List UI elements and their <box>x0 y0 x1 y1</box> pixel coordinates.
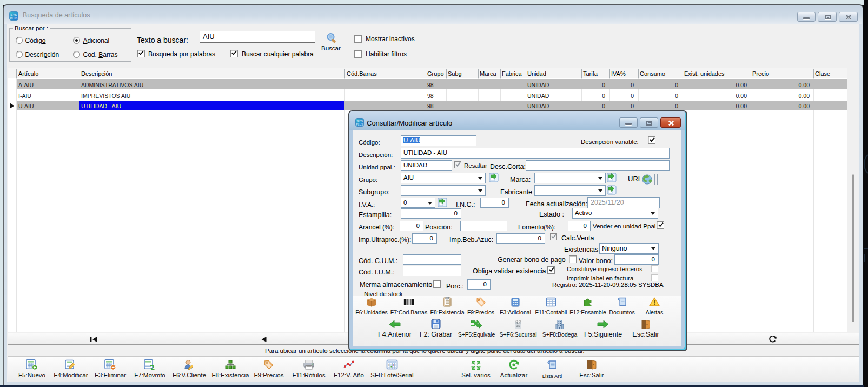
svg-text:SYS: SYS <box>10 12 17 16</box>
svg-text:PLUS: PLUS <box>10 17 18 20</box>
svg-text:SYS: SYS <box>356 120 363 123</box>
svg-text:PLUS: PLUS <box>356 123 364 126</box>
